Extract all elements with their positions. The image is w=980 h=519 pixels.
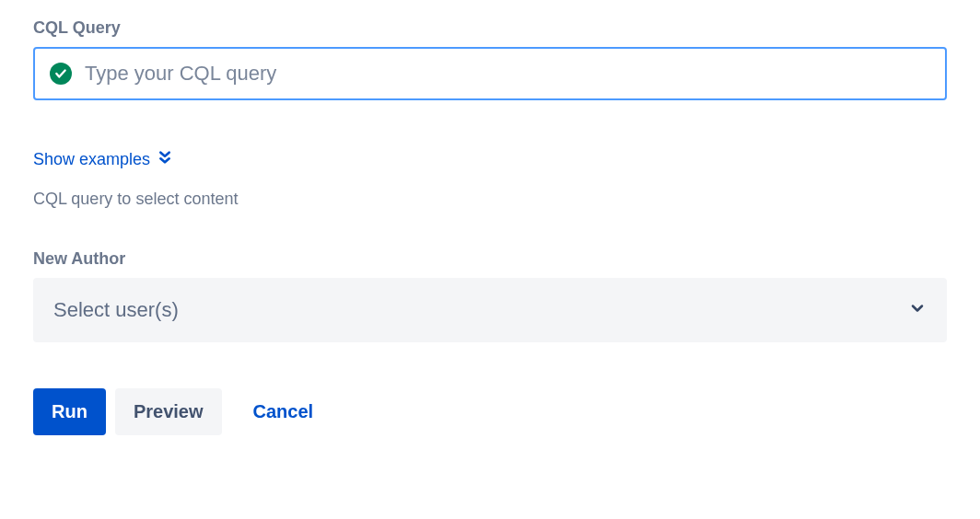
- new-author-section: New Author Select user(s): [33, 249, 947, 342]
- cancel-button[interactable]: Cancel: [231, 388, 332, 435]
- run-button[interactable]: Run: [33, 388, 106, 435]
- action-button-row: Run Preview Cancel: [33, 388, 947, 435]
- new-author-select[interactable]: Select user(s): [33, 278, 947, 342]
- show-examples-label: Show examples: [33, 150, 150, 169]
- new-author-placeholder: Select user(s): [53, 298, 179, 322]
- cql-helper-text: CQL query to select content: [33, 190, 947, 209]
- cql-query-label: CQL Query: [33, 18, 947, 38]
- new-author-label: New Author: [33, 249, 947, 269]
- cql-query-section: CQL Query Show examples CQL query to sel…: [33, 18, 947, 209]
- check-icon: [50, 63, 72, 85]
- show-examples-toggle[interactable]: Show examples: [33, 150, 172, 169]
- cql-query-input[interactable]: [85, 62, 930, 86]
- preview-button[interactable]: Preview: [115, 388, 222, 435]
- chevron-down-icon: [908, 299, 927, 321]
- cql-input-wrapper[interactable]: [33, 47, 947, 100]
- chevron-double-down-icon: [158, 150, 172, 169]
